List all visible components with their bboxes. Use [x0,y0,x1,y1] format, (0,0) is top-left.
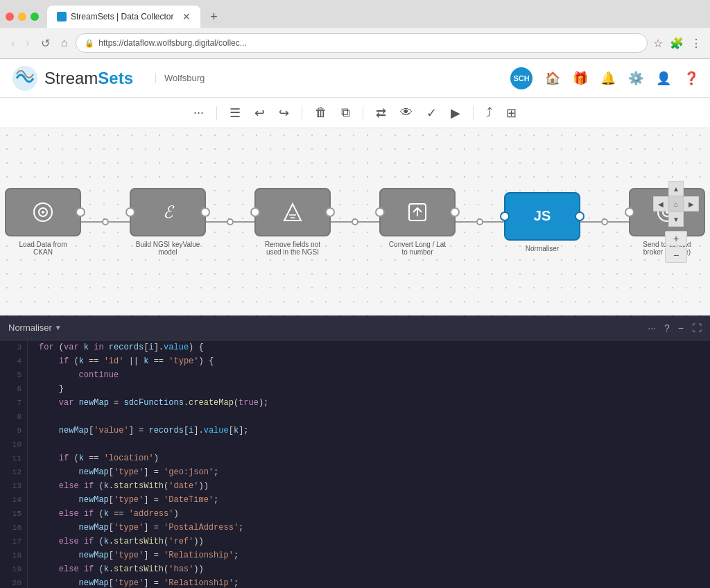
node-port-left-send-context[interactable] [625,207,634,217]
nav-right-button[interactable]: ▶ [684,196,699,211]
undo-button[interactable]: ↩ [250,103,269,123]
node-port-left-convert-long[interactable] [375,207,385,217]
node-port-right-build-ngsi[interactable] [200,207,210,217]
home-button[interactable]: ⌂ [58,35,71,51]
share-button[interactable]: ⤴ [482,103,496,123]
gift-icon[interactable]: 🎁 [573,71,588,86]
code-line-17: else if (k.startsWith('ref')) [39,535,699,548]
panel-more-button[interactable]: ··· [648,322,656,334]
new-tab-button[interactable]: + [206,8,223,25]
lock-icon: 🔒 [85,39,94,48]
build-ngsi-icon: ℰ [163,202,173,222]
notifications-icon[interactable]: 🔔 [600,71,616,86]
node-box-normaliser[interactable]: JS [504,192,580,241]
validate-button[interactable]: ✓ [422,103,441,123]
connector-4 [456,218,504,225]
nav-down-button[interactable]: ▼ [668,211,684,227]
reload-button[interactable]: ↺ [38,35,53,51]
forward-button[interactable]: › [23,35,32,51]
node-box-convert-long[interactable] [379,188,456,236]
grid-button[interactable]: ⊞ [502,103,521,123]
shuffle-button[interactable]: ⇄ [372,103,390,123]
panel-title: Normaliser ▼ [8,322,62,333]
nav-left-button[interactable]: ◀ [653,196,668,211]
code-line-7: var newMap = sdcFunctions.createMap(true… [39,396,699,410]
address-bar[interactable]: 🔒 https://dataflow.wolfsburg.digital/col… [76,33,648,53]
pipeline-canvas[interactable]: Load Data fromCKAN ℰ Build NGSI keyValue… [0,128,710,315]
convert-long-icon [408,202,427,222]
line-numbers: 3 4 5 6 7 8 9 10 11 12 13 14 15 16 17 18… [0,340,28,588]
menu-icon[interactable]: ⋮ [691,37,702,50]
redo-button[interactable]: ↪ [275,103,293,123]
code-line-5: continue [39,368,699,382]
node-port-right-load-data[interactable] [76,207,85,217]
node-load-data[interactable]: Load Data fromCKAN [5,188,81,256]
tab-bar: StreamSets | Data Collector ✕ + [0,0,710,28]
settings-icon[interactable]: ⚙️ [628,71,643,86]
node-port-right-normaliser[interactable] [575,211,585,221]
bookmarks-icon[interactable]: ☆ [653,37,663,50]
remove-fields-icon [283,202,302,222]
line-num-14: 14 [6,493,21,507]
line-num-13: 13 [6,479,21,493]
node-remove-fields[interactable]: Remove fields notused in the NGSI [254,188,331,256]
more-options-button[interactable]: ··· [189,103,208,123]
extensions-icon[interactable]: 🧩 [670,37,684,50]
node-port-left-remove-fields[interactable] [250,207,260,217]
code-line-4: if (k == 'id' || k == 'type') { [39,354,699,368]
code-editor[interactable]: 3 4 5 6 7 8 9 10 11 12 13 14 15 16 17 18… [0,340,710,588]
active-tab[interactable]: StreamSets | Data Collector ✕ [47,6,200,28]
code-line-12: newMap['type'] = 'geo:json'; [39,465,699,479]
node-normaliser[interactable]: JS Normaliser [504,192,580,252]
node-convert-long[interactable]: Convert Long / Latto number [379,188,456,256]
user-icon[interactable]: 👤 [656,71,671,86]
panel-header: Normaliser ▼ ··· ? − ⛶ [0,315,710,340]
node-build-ngsi[interactable]: ℰ Build NGSI keyValuemodel [130,188,206,256]
code-line-8 [39,410,699,424]
zoom-out-button[interactable]: − [665,248,687,263]
delete-button[interactable]: 🗑 [311,103,331,123]
code-line-15: else if (k == 'address') [39,507,699,521]
zoom-controls: + − [665,231,687,263]
window-controls [6,12,39,21]
node-port-left-build-ngsi[interactable] [125,207,135,217]
user-avatar[interactable]: SCH [510,67,532,89]
node-port-right-remove-fields[interactable] [325,207,335,217]
zoom-in-button[interactable]: + [665,231,687,246]
nav-up-button[interactable]: ▲ [668,181,684,196]
node-box-remove-fields[interactable] [254,188,331,236]
node-box-load-data[interactable] [5,188,81,236]
code-content[interactable]: for (var k in records[i].value) { if (k … [28,340,710,588]
panel-help-button[interactable]: ? [664,322,670,334]
browser-toolbar: ☆ 🧩 ⋮ [653,37,702,50]
header-icons: SCH 🏠 🎁 🔔 ⚙️ 👤 ❓ [510,67,699,89]
preview-button[interactable]: 👁 [396,103,417,123]
toolbar-separator-4 [473,106,474,120]
connector-2 [206,218,254,225]
panel-fullscreen-button[interactable]: ⛶ [692,322,702,334]
panel-minimize-button[interactable]: − [678,322,684,334]
copy-button[interactable]: ⧉ [337,103,354,123]
line-num-8: 8 [6,410,21,424]
run-button[interactable]: ▶ [447,103,465,123]
nav-center-button[interactable]: ⌂ [668,196,684,211]
maximize-button[interactable] [31,12,39,21]
close-button[interactable] [6,12,14,21]
help-icon[interactable]: ❓ [684,71,699,86]
line-num-9: 9 [6,424,21,438]
pipeline-button[interactable]: ☰ [225,103,245,123]
tab-close-button[interactable]: ✕ [182,11,191,22]
code-line-3: for (var k in records[i].value) { [39,340,699,354]
node-label-build-ngsi: Build NGSI keyValuemodel [136,241,200,256]
bottom-panel: Normaliser ▼ ··· ? − ⛶ 3 4 5 6 7 8 9 10 … [0,315,710,588]
code-line-20: newMap['type'] = 'Relationship'; [39,576,699,588]
node-port-right-convert-long[interactable] [450,207,460,217]
node-box-build-ngsi[interactable]: ℰ [130,188,206,236]
line-num-6: 6 [6,382,21,396]
home-nav-icon[interactable]: 🏠 [545,71,560,86]
minimize-button[interactable] [18,12,26,21]
back-button[interactable]: ‹ [8,35,17,51]
node-port-left-normaliser[interactable] [500,211,510,221]
line-num-12: 12 [6,465,21,479]
canvas-nav-controls: ▲ ◀ ⌂ ▶ ▼ + − [653,181,699,263]
